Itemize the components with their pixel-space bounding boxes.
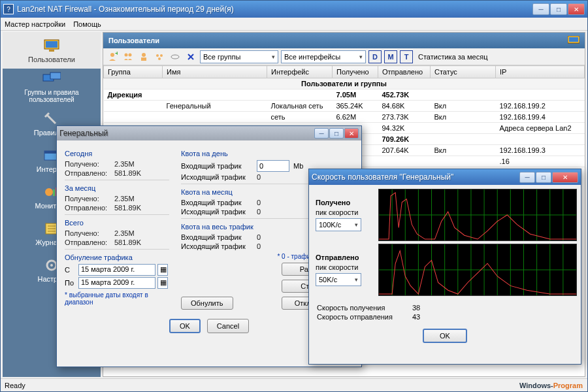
section-total: Всего <box>65 219 169 227</box>
sidebar-item-users[interactable]: Пользователи <box>3 32 101 69</box>
recv-graph <box>378 189 577 241</box>
svg-point-7 <box>45 188 53 196</box>
col-ip[interactable]: IP <box>496 66 585 78</box>
group-button[interactable] <box>153 50 166 63</box>
ok-button[interactable]: OK <box>169 319 201 333</box>
speed-minimize-button[interactable]: ─ <box>519 172 535 183</box>
panel-monitor-icon <box>568 36 580 45</box>
svg-rect-17 <box>569 37 578 42</box>
table-row[interactable]: ГенеральныйЛокальная сеть365.24K84.68KВк… <box>104 101 585 112</box>
svg-point-18 <box>110 53 114 57</box>
panel-header: Пользователи <box>103 33 585 48</box>
recv-scale-combo[interactable]: 100K/c <box>316 218 361 231</box>
sent-scale-combo[interactable]: 50K/c <box>316 273 361 286</box>
add-users-button[interactable] <box>122 50 135 63</box>
sent-speed-label: Скорость отправления <box>317 313 408 321</box>
iface-filter-combo[interactable]: Все интерфейсы <box>281 50 366 63</box>
main-title: Lan2net NAT Firewall - Ознакомительный п… <box>17 5 532 14</box>
add-user-button[interactable]: + <box>106 50 119 63</box>
svg-rect-2 <box>49 50 54 52</box>
speed-dialog-title: Скорость пользователя "Генеральный" <box>312 172 519 182</box>
speed-dialog-titlebar: Скорость пользователя "Генеральный" ─ □ … <box>309 169 581 185</box>
delete-button[interactable] <box>184 50 197 63</box>
menu-wizard[interactable]: Мастер настройки <box>5 20 65 28</box>
date-from-input[interactable]: 15 марта 2009 г. <box>78 264 155 276</box>
col-recv[interactable]: Получено <box>333 66 378 78</box>
users-toolbar: + Все группы Все интерфейсы D M T Статис… <box>103 48 585 65</box>
date-to-picker[interactable]: ▦ <box>157 277 168 289</box>
speed-sent-label: Отправлено <box>316 253 376 261</box>
speed-close-button[interactable]: ✕ <box>552 172 578 183</box>
recv-speed-value: 38 <box>412 304 420 312</box>
sent-speed-value: 43 <box>412 313 420 321</box>
svg-point-26 <box>158 57 161 60</box>
sidebar-item-label: Пользователи <box>28 56 75 63</box>
minimize-button[interactable]: ─ <box>532 3 549 15</box>
speed-recv-label: Получено <box>316 199 376 206</box>
menubar: Мастер настройки Помощь <box>1 18 587 31</box>
group-section-header: Пользователи и группы <box>104 78 585 90</box>
svg-point-25 <box>160 54 163 57</box>
svg-point-21 <box>129 53 132 56</box>
recv-speed-label: Скорость получения <box>317 304 408 312</box>
col-sent[interactable]: Отправлено <box>378 66 431 78</box>
monitor-icon <box>42 38 61 54</box>
svg-text:+: + <box>115 52 118 57</box>
speed-ok-button[interactable]: OK <box>423 329 467 343</box>
section-month: За месяц <box>65 184 169 192</box>
speed-peak-label: пик скорости <box>316 208 376 216</box>
svg-rect-4 <box>50 73 61 79</box>
col-name[interactable]: Имя <box>163 66 267 78</box>
dialog-close-button[interactable]: ✕ <box>344 128 359 139</box>
date-note: * выбранные даты входят в диапазон <box>65 291 169 306</box>
user-dialog-titlebar: Генеральный ─ □ ✕ <box>57 126 361 140</box>
dialog-minimize-button[interactable]: ─ <box>314 128 329 139</box>
svg-point-15 <box>50 264 53 267</box>
reset-button[interactable]: Обнулить <box>181 297 233 310</box>
speed-peak-label2: пик скорости <box>316 263 376 271</box>
statusbar: Ready <box>1 378 587 391</box>
watermark: Windows-Program <box>519 379 583 391</box>
speed-maximize-button[interactable]: □ <box>536 172 551 183</box>
section-today: Сегодня <box>65 150 169 157</box>
speed-dialog: Скорость пользователя "Генеральный" ─ □ … <box>308 169 581 365</box>
sent-graph <box>378 244 577 296</box>
col-group[interactable]: Группа <box>104 66 163 78</box>
stats-label: Статистика за месяц <box>418 53 487 61</box>
view-t-button[interactable]: T <box>400 50 413 63</box>
svg-point-27 <box>171 55 179 59</box>
sidebar-item-groups[interactable]: Группы и правила пользователей <box>3 69 101 105</box>
svg-point-24 <box>156 54 159 57</box>
wrench-icon <box>42 111 61 127</box>
table-row[interactable]: Дирекция7.05M452.73K <box>104 90 585 101</box>
maximize-button[interactable]: □ <box>550 3 567 15</box>
svg-rect-8 <box>53 189 55 196</box>
user-props-button[interactable] <box>137 50 150 63</box>
view-m-button[interactable]: M <box>384 50 397 63</box>
section-quota-day: Квота на день <box>181 150 353 157</box>
col-status[interactable]: Статус <box>431 66 496 78</box>
svg-point-20 <box>125 53 128 56</box>
col-iface[interactable]: Интерфейс <box>267 66 333 78</box>
status-text: Ready <box>5 382 25 389</box>
cancel-button[interactable]: Cancel <box>207 319 249 333</box>
close-button[interactable]: ✕ <box>568 3 585 15</box>
date-from-picker[interactable]: ▦ <box>157 264 168 276</box>
quota-day-in-input[interactable] <box>257 160 289 172</box>
svg-rect-1 <box>46 41 57 48</box>
monitors-icon <box>42 71 61 87</box>
menu-help[interactable]: Помощь <box>73 20 101 28</box>
user-dialog-title: Генеральный <box>59 129 314 138</box>
main-titlebar: ? Lan2net NAT Firewall - Ознакомительный… <box>1 1 587 18</box>
date-to-input[interactable]: 15 марта 2009 г. <box>78 277 155 289</box>
section-reset: Обнуление трафика <box>65 253 169 261</box>
app-icon: ? <box>3 4 14 14</box>
view-d-button[interactable]: D <box>368 50 382 63</box>
table-row[interactable]: сеть6.62M273.73KВкл192.168.199.4 <box>104 112 585 123</box>
sidebar-item-label: Группы и правила пользователей <box>3 89 101 103</box>
svg-point-22 <box>142 53 146 57</box>
filter-button[interactable] <box>169 50 182 63</box>
panel-title: Пользователи <box>108 37 159 44</box>
group-filter-combo[interactable]: Все группы <box>200 50 278 63</box>
dialog-maximize-button[interactable]: □ <box>329 128 344 139</box>
